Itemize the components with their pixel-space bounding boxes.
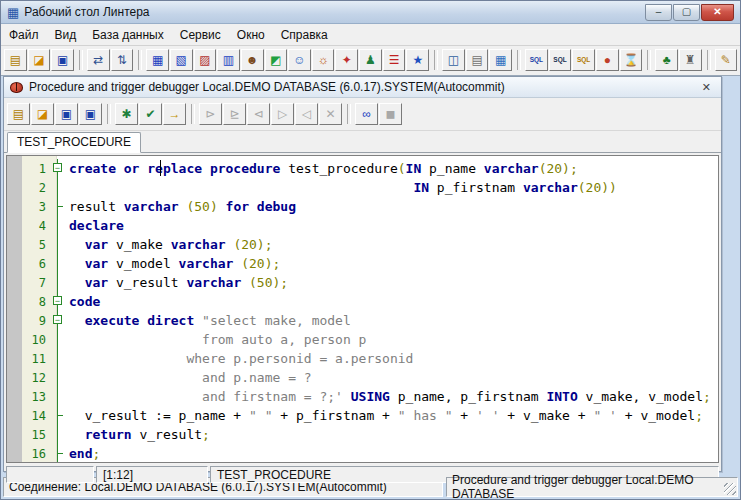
code-line: 11 where p.personid = a.personid — [7, 349, 718, 368]
fold-marker — [51, 330, 65, 349]
code-line: 1create or replace procedure test_proced… — [7, 159, 718, 178]
debugger-bug-icon: ● — [604, 54, 611, 66]
table-edit-button[interactable]: ▨ — [194, 49, 217, 71]
code-text: v_result := p_name + " " + p_firstnam + … — [65, 408, 703, 423]
save-as-button[interactable]: ▣ — [79, 103, 102, 125]
line-number: 12 — [7, 371, 51, 385]
mdi-area: Procedure and trigger debugger Local.DEM… — [1, 76, 740, 476]
step-over-button[interactable]: ⊵ — [223, 103, 246, 125]
toolbar-separator — [647, 50, 651, 70]
import-schema-button[interactable]: ⇅ — [111, 49, 134, 71]
app-icon: ▦ — [7, 6, 19, 19]
sql-web-button[interactable]: SQL — [572, 49, 595, 71]
menu-окно[interactable]: Окно — [229, 26, 273, 44]
new-document-button[interactable]: ▤ — [7, 103, 30, 125]
pause-button[interactable]: ◁ — [295, 103, 318, 125]
code-line: 10 from auto a, person p — [7, 330, 718, 349]
minimize-button[interactable]: – — [645, 4, 672, 21]
code-line: 16end; — [7, 444, 718, 463]
compile-icon: ✱ — [121, 108, 131, 120]
maximize-button[interactable]: ▢ — [673, 4, 700, 21]
resize-grip[interactable] — [724, 483, 736, 495]
debugger-bug-button[interactable]: ● — [596, 49, 619, 71]
watch-glasses-icon: ∞ — [362, 108, 371, 120]
code-text: code — [65, 294, 100, 309]
active-window-text: Procedure and trigger debugger Local.DEM… — [452, 473, 732, 500]
fold-marker — [51, 216, 65, 235]
tree-view-button[interactable]: ♣ — [655, 49, 678, 71]
debugger-title-bar[interactable]: Procedure and trigger debugger Local.DEM… — [4, 77, 721, 98]
images-button[interactable]: ◩ — [265, 49, 288, 71]
network-button[interactable]: ★ — [406, 49, 429, 71]
toolbar-separator — [138, 50, 142, 70]
watch-list-button[interactable]: ◼ — [379, 103, 402, 125]
title-bar[interactable]: ▦ Рабочий стол Линтера –▢✕ — [1, 1, 740, 24]
user-access-button[interactable]: ☺ — [288, 49, 311, 71]
menu-вид[interactable]: Вид — [47, 26, 85, 44]
calendar-button[interactable]: ▦ — [489, 49, 512, 71]
notes-editor-button[interactable]: ✎ — [715, 49, 738, 71]
menu-файл[interactable]: Файл — [1, 26, 47, 44]
hourglass-button[interactable]: ⌛ — [620, 49, 643, 71]
columns-button[interactable]: ▥ — [217, 49, 240, 71]
line-number: 16 — [7, 447, 51, 461]
line-number: 9 — [7, 314, 51, 328]
code-line: 5 var v_make varchar (20); — [7, 235, 718, 254]
save-button[interactable]: ▣ — [55, 103, 78, 125]
fold-marker — [51, 254, 65, 273]
user-config-button[interactable]: ☼ — [312, 49, 335, 71]
menu-справка[interactable]: Справка — [273, 26, 336, 44]
stop-button[interactable]: ✕ — [319, 103, 342, 125]
code-text: declare — [65, 218, 124, 233]
step-out-button[interactable]: ⊲ — [247, 103, 270, 125]
sql-console-button[interactable]: SQL — [549, 49, 572, 71]
save-button[interactable]: ▣ — [51, 49, 74, 71]
new-document-icon: ▤ — [13, 108, 24, 120]
import-schema-icon: ⇅ — [117, 54, 127, 66]
table-edit-icon: ▨ — [199, 54, 210, 66]
user-groups-button[interactable]: ♟ — [359, 49, 382, 71]
users-button[interactable]: ☻ — [241, 49, 264, 71]
fold-collapse-icon[interactable] — [51, 159, 65, 178]
tree-view-icon: ♣ — [663, 54, 671, 66]
status-cell-empty — [6, 466, 94, 483]
fold-collapse-icon[interactable] — [51, 292, 65, 311]
line-number: 1 — [7, 162, 51, 176]
replication-button[interactable]: ✦ — [335, 49, 358, 71]
step-into-button[interactable]: ⊳ — [199, 103, 222, 125]
line-number: 10 — [7, 333, 51, 347]
database-stack-icon: ☰ — [389, 54, 400, 66]
run-to-cursor-button[interactable]: ▷ — [271, 103, 294, 125]
notes-editor-icon: ✎ — [721, 54, 731, 66]
code-editor[interactable]: 1create or replace procedure test_proced… — [6, 155, 719, 463]
open-folder-button[interactable]: ◪ — [28, 49, 51, 71]
admin-tools-button[interactable]: ♜ — [679, 49, 702, 71]
hourglass-icon: ⌛ — [623, 54, 638, 66]
step-over-icon: ⊵ — [229, 108, 239, 120]
tables-button[interactable]: ▦ — [146, 49, 169, 71]
menu-база-данных[interactable]: База данных — [84, 26, 171, 44]
compile-button[interactable]: ✱ — [115, 103, 138, 125]
database-stack-button[interactable]: ☰ — [383, 49, 406, 71]
menu-сервис[interactable]: Сервис — [172, 26, 229, 44]
attach-session-button[interactable]: → — [163, 103, 186, 125]
open-folder-button[interactable]: ◪ — [31, 103, 54, 125]
new-document-button[interactable]: ▤ — [4, 49, 27, 71]
save-as-icon: ▣ — [85, 108, 96, 120]
printer-button[interactable]: ▤ — [466, 49, 489, 71]
fold-collapse-icon[interactable] — [51, 311, 65, 330]
export-schema-button[interactable]: ⇄ — [87, 49, 110, 71]
close-button[interactable]: ✕ — [701, 4, 734, 21]
sql-editor-button[interactable]: SQL — [525, 49, 548, 71]
tab-test_procedure[interactable]: TEST_PROCEDURE — [7, 132, 141, 153]
line-number: 14 — [7, 409, 51, 423]
toolbar-separator — [434, 50, 438, 70]
table-search-button[interactable]: ▧ — [170, 49, 193, 71]
debugger-close-button[interactable]: ✕ — [698, 81, 715, 94]
fold-marker — [51, 178, 65, 197]
sql-console-icon: SQL — [553, 57, 566, 64]
watch-glasses-button[interactable]: ∞ — [355, 103, 378, 125]
computer-button[interactable]: ◫ — [442, 49, 465, 71]
compile-check-button[interactable]: ✔ — [139, 103, 162, 125]
code-line: 3result varchar (50) for debug — [7, 197, 718, 216]
